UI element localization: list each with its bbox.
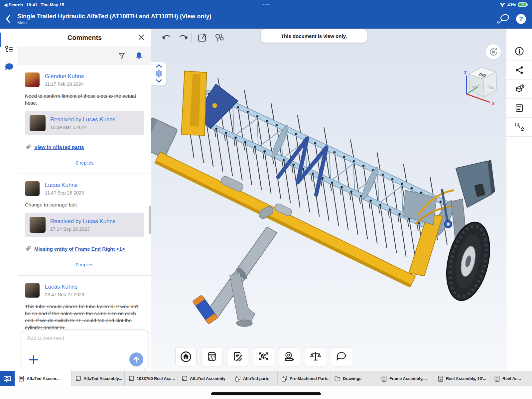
axis-z-label: Z xyxy=(464,70,467,75)
panel-resize-handle-icon xyxy=(154,63,164,84)
home-view-button[interactable] xyxy=(175,347,197,366)
close-icon[interactable] xyxy=(138,34,145,41)
features-list-icon[interactable] xyxy=(4,45,14,55)
measure-button[interactable] xyxy=(279,347,300,366)
comment-body: This tube should almost be tube lasered.… xyxy=(25,303,144,331)
comment-author[interactable]: Lucas Kuhns xyxy=(45,182,84,189)
replies-link[interactable]: 0 replies xyxy=(25,160,144,166)
comment-input[interactable] xyxy=(27,335,143,341)
resolved-by: Resolved by Lucas Kuhns xyxy=(50,116,116,123)
avatar xyxy=(25,181,40,196)
filter-icon[interactable] xyxy=(118,52,126,60)
notes-button[interactable] xyxy=(506,99,532,118)
comments-list[interactable]: Glendon Kuhns 11:27 Feb 28 2024 Need to … xyxy=(18,72,151,331)
redo-icon[interactable] xyxy=(178,33,189,43)
comment-button[interactable] xyxy=(331,347,352,366)
replies-link[interactable]: 0 replies xyxy=(25,262,144,267)
axis-x-label: X xyxy=(492,101,495,106)
status-bar: ◀ Search 10:41 Thu May 15 ••• 43% xyxy=(0,0,532,9)
comment-bubble-icon xyxy=(335,351,347,363)
share-icon xyxy=(515,66,524,75)
comment-thread: Glendon Kuhns 11:27 Feb 28 2024 Need to … xyxy=(25,72,144,174)
share-button[interactable] xyxy=(506,61,532,80)
send-arrow-icon xyxy=(132,355,140,363)
comment-body: Change to carriage bolt xyxy=(25,201,144,208)
send-comment-button[interactable] xyxy=(129,352,143,366)
orientation-lock-icon xyxy=(488,47,498,57)
info-button[interactable] xyxy=(506,42,532,61)
workspace-name[interactable]: Main xyxy=(17,20,211,25)
resolved-banner: Resolved by Lucas Kuhns 17:14 Sep 28 202… xyxy=(25,213,144,237)
divider xyxy=(18,275,151,276)
tab-reel-assembly-10-drawing[interactable]: Reel Assembly, 10'... xyxy=(434,371,490,386)
multitask-dots-icon[interactable]: ••• xyxy=(0,2,532,7)
notifications-bell-icon[interactable] xyxy=(135,52,143,60)
tab-frame-assembly-drawing[interactable]: Frame Assembly,... xyxy=(377,371,434,386)
tab-1033750-reel-assembly[interactable]: 1033750 Reel Ass... xyxy=(124,371,178,386)
notes-list-icon xyxy=(515,103,524,113)
document-properties-icon xyxy=(232,351,244,363)
3d-model[interactable] xyxy=(151,29,506,370)
avatar xyxy=(30,217,46,233)
comments-bubble-icon[interactable] xyxy=(4,63,15,72)
comment-tag-link[interactable]: Missing entity of Frame End Right <1> xyxy=(34,246,125,252)
resolved-timestamp: 10:39 Mar 5 2024 xyxy=(50,125,116,130)
spacemouse-icon[interactable] xyxy=(496,13,510,25)
tab-alfated-assembly-2[interactable]: AlfaTed Assembly... xyxy=(71,371,124,386)
tab-alfated-assem[interactable]: AlfaTed Assem... xyxy=(15,369,71,386)
cube-question-icon xyxy=(514,84,524,94)
view-only-banner: This document is view only. xyxy=(261,29,367,43)
orientation-lock-button[interactable] xyxy=(485,44,501,60)
tab-search-icon xyxy=(3,375,12,383)
document-title: Single Trailed Hydraulic AlfaTed (AT108T… xyxy=(17,13,211,20)
home-view-icon xyxy=(180,351,192,363)
tab-alfated-assembly[interactable]: AlfaTed Assembly xyxy=(178,371,231,386)
comment-body: Need to confirm fitment of these slots t… xyxy=(25,92,144,106)
comment-thread: Lucas Kuhns 11:47 Sep 28 2023 Change to … xyxy=(25,181,144,276)
right-rail xyxy=(506,29,532,371)
comment-thread: Lucas Kuhns 23:47 Sep 27 2023 This tube … xyxy=(25,283,144,331)
tag-icon xyxy=(25,245,32,252)
resolved-by: Resolved by Lucas Kuhns xyxy=(50,218,116,225)
left-rail xyxy=(0,29,18,371)
panel-resize-handle[interactable] xyxy=(151,62,167,85)
derived-part-button[interactable] xyxy=(506,118,532,137)
zoom-fit-button[interactable] xyxy=(253,347,274,366)
back-icon[interactable] xyxy=(5,13,12,25)
mass-properties-button[interactable] xyxy=(305,347,326,366)
properties-button[interactable] xyxy=(227,347,248,366)
comments-panel: Comments Glendon Kuhns 11:27 Feb 28 2024… xyxy=(18,29,151,371)
comment-tag-link[interactable]: View in AlfaTed parts xyxy=(34,144,84,150)
comment-author[interactable]: Glendon Kuhns xyxy=(45,73,84,80)
comments-filter-bar xyxy=(18,47,151,65)
comment-author[interactable]: Lucas Kuhns xyxy=(45,284,84,290)
export-icon[interactable] xyxy=(197,32,208,43)
model-info-button[interactable] xyxy=(506,80,532,99)
help-icon[interactable]: ? xyxy=(516,14,526,24)
view-cube[interactable]: Top Front Right Z X xyxy=(463,65,500,106)
toolbar-divider xyxy=(191,33,192,42)
avatar xyxy=(30,115,46,131)
tab-reel-assembly-drawing[interactable]: Reel As... xyxy=(490,371,532,386)
comment-timestamp: 23:47 Sep 27 2023 xyxy=(45,292,84,297)
tab-pre-machined-parts[interactable]: Pre-Machined Parts xyxy=(277,371,331,386)
tab-drawings-folder[interactable]: Drawings xyxy=(331,371,377,386)
app-header: Single Trailed Hydraulic AlfaTed (AT108T… xyxy=(0,9,532,29)
3d-viewport[interactable]: This document is view only. Top Front Ri… xyxy=(151,29,506,371)
scrollbar-thumb[interactable] xyxy=(149,205,151,234)
active-panel-indicator xyxy=(0,33,1,47)
home-indicator[interactable] xyxy=(211,392,321,395)
tab-search-button[interactable] xyxy=(0,371,15,386)
avatar xyxy=(25,72,40,87)
view-toolbar xyxy=(175,347,352,366)
undo-icon[interactable] xyxy=(161,33,172,43)
display-style-button[interactable] xyxy=(201,347,222,366)
comment-composer[interactable] xyxy=(21,330,149,370)
resolved-banner: Resolved by Lucas Kuhns 10:39 Mar 5 2024 xyxy=(25,111,144,135)
add-attachment-icon[interactable] xyxy=(28,354,39,365)
display-settings-icon[interactable] xyxy=(214,32,225,43)
info-icon xyxy=(515,47,524,56)
tab-alfated-parts[interactable]: AlfaTed parts xyxy=(231,371,277,386)
mass-properties-scale-icon xyxy=(310,351,322,363)
measure-tape-icon xyxy=(284,351,296,363)
